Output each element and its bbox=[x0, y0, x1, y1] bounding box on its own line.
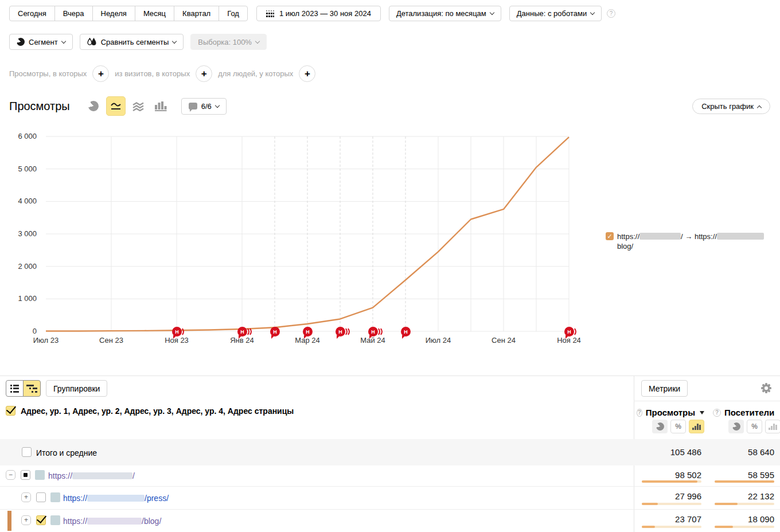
annotation-bubble-icon: Н bbox=[303, 327, 313, 337]
x-axis-tick-label: Май 24 bbox=[350, 336, 396, 345]
visitors-column-header[interactable]: ? Посетители bbox=[713, 408, 774, 417]
period-year-button[interactable]: Год bbox=[219, 6, 248, 21]
period-quarter-button[interactable]: Квартал bbox=[174, 6, 219, 21]
visitors-display-modes: % bbox=[728, 420, 780, 433]
row-checkbox[interactable] bbox=[21, 470, 30, 480]
date-range-label: 1 июл 2023 — 30 ноя 2024 bbox=[279, 9, 371, 18]
segment-label: Сегмент bbox=[29, 38, 58, 46]
groupings-button[interactable]: Группировки bbox=[46, 380, 107, 397]
chart-title: Просмотры bbox=[9, 100, 70, 113]
view-toggle-group bbox=[6, 380, 41, 397]
comments-dropdown[interactable]: 6/6 bbox=[181, 98, 227, 115]
chart-type-columns-button[interactable] bbox=[151, 96, 170, 116]
totals-label: Итого и средние bbox=[36, 448, 97, 457]
x-axis-tick-label: Ноя 23 bbox=[154, 336, 200, 345]
redacted-url-segment bbox=[639, 233, 681, 240]
annotation-marker[interactable]: Н bbox=[303, 327, 318, 337]
redacted-url-segment bbox=[72, 472, 132, 479]
period-month-button[interactable]: Месяц bbox=[135, 6, 174, 21]
views-pie-mode-button[interactable] bbox=[652, 420, 668, 433]
date-range-button[interactable]: 1 июл 2023 — 30 ноя 2024 bbox=[256, 6, 381, 21]
x-axis-tick-label: Июл 24 bbox=[415, 336, 461, 345]
expand-row-button[interactable]: + bbox=[21, 515, 31, 525]
metrics-button[interactable]: Метрики bbox=[641, 380, 688, 397]
views-line-chart[interactable]: 01 0002 0003 0004 0005 0006 000Июл 23Сен… bbox=[0, 132, 579, 351]
chart-legend: ✓ https:/// → https:// blog/ bbox=[606, 232, 775, 251]
favicon bbox=[50, 515, 60, 525]
hide-chart-button[interactable]: Скрыть график bbox=[692, 99, 770, 114]
row-url-link[interactable]: https:///press/ bbox=[63, 494, 169, 503]
annotation-bubble-icon: Н bbox=[368, 327, 378, 337]
annotation-marker[interactable]: Н bbox=[564, 327, 579, 337]
chart-type-area-button[interactable] bbox=[128, 96, 148, 116]
views-percent-mode-button[interactable]: % bbox=[670, 420, 686, 433]
period-today-button[interactable]: Сегодня bbox=[9, 6, 55, 21]
row-url-link[interactable]: https:/// bbox=[48, 471, 135, 480]
table-row: + https:///blog/ 23 707 18 090 bbox=[0, 510, 780, 532]
legend-checkbox[interactable]: ✓ bbox=[606, 232, 614, 240]
compare-segments-label: Сравнить сегменты bbox=[101, 38, 169, 46]
add-people-filter-button[interactable]: + bbox=[299, 65, 315, 82]
flat-list-view-button[interactable] bbox=[6, 380, 24, 397]
views-display-modes: % bbox=[652, 420, 704, 433]
list-icon bbox=[10, 385, 20, 393]
period-week-button[interactable]: Неделя bbox=[92, 6, 135, 21]
metrica-report-page: Сегодня Вчера Неделя Месяц Квартал Год 1… bbox=[0, 0, 780, 532]
visitors-percent-mode-button[interactable]: % bbox=[747, 420, 762, 433]
help-icon[interactable]: ? bbox=[607, 9, 615, 18]
chevron-down-icon bbox=[215, 103, 220, 107]
chart-type-line-button[interactable] bbox=[106, 96, 126, 116]
annotation-marker[interactable]: Н bbox=[401, 327, 416, 337]
visitors-bars-mode-button[interactable] bbox=[765, 420, 780, 433]
select-all-checkbox[interactable] bbox=[6, 406, 15, 416]
period-segmented-control: Сегодня Вчера Неделя Месяц Квартал Год bbox=[9, 6, 248, 21]
comment-bubble-icon bbox=[189, 103, 197, 109]
annotation-marker[interactable]: Н bbox=[237, 327, 252, 337]
redacted-url-segment bbox=[717, 233, 764, 240]
annotation-marker[interactable]: Н bbox=[172, 327, 187, 337]
x-axis-tick-label: Мар 24 bbox=[284, 336, 330, 345]
row-checkbox[interactable] bbox=[36, 492, 46, 502]
legend-label[interactable]: https:/// → https:// blog/ bbox=[617, 232, 764, 251]
visitors-pie-mode-button[interactable] bbox=[728, 420, 744, 433]
sampling-dropdown[interactable]: Выборка: 100% bbox=[190, 34, 267, 50]
help-icon: ? bbox=[637, 409, 642, 417]
annotation-bubble-icon: Н bbox=[401, 327, 411, 337]
period-toolbar: Сегодня Вчера Неделя Месяц Квартал Год 1… bbox=[9, 6, 615, 21]
annotation-bubble-icon: Н bbox=[336, 327, 345, 337]
detalization-dropdown[interactable]: Детализация: по месяцам bbox=[389, 6, 501, 21]
collapse-row-button[interactable]: − bbox=[6, 470, 15, 480]
totals-checkbox[interactable] bbox=[22, 447, 32, 457]
views-column-header[interactable]: ? Просмотры bbox=[637, 408, 704, 417]
totals-views-value: 105 486 bbox=[670, 447, 701, 457]
comments-count: 6/6 bbox=[201, 102, 212, 111]
segment-dropdown[interactable]: Сегмент bbox=[9, 34, 73, 50]
compare-segments-dropdown[interactable]: Сравнить сегменты bbox=[80, 34, 184, 50]
x-axis-tick-label: Янв 24 bbox=[219, 336, 265, 345]
chevron-up-icon bbox=[757, 105, 762, 109]
add-views-filter-button[interactable]: + bbox=[92, 65, 109, 82]
add-visits-filter-button[interactable]: + bbox=[196, 65, 212, 82]
row-checkbox[interactable] bbox=[36, 515, 46, 525]
data-table-section: Группировки Метрики Адрес, ур. 1, Адрес,… bbox=[0, 375, 780, 532]
dimension-header-row: Адрес, ур. 1, Адрес, ур. 2, Адрес, ур. 3… bbox=[0, 401, 634, 439]
chart-canvas[interactable] bbox=[0, 132, 579, 351]
chart-type-pie-button[interactable] bbox=[84, 96, 103, 116]
views-share-bar bbox=[642, 480, 701, 483]
annotation-marker[interactable]: Н bbox=[368, 327, 383, 337]
table-row: + https:///press/ 27 996 22 132 bbox=[0, 487, 780, 510]
views-bars-mode-button[interactable] bbox=[689, 420, 704, 433]
row-views-value: 27 996 bbox=[675, 491, 701, 501]
annotation-marker[interactable]: Н bbox=[336, 327, 350, 337]
row-url-link[interactable]: https:///blog/ bbox=[63, 517, 161, 526]
totals-visitors-value: 58 640 bbox=[748, 447, 774, 457]
period-yesterday-button[interactable]: Вчера bbox=[54, 6, 93, 21]
visitors-share-bar bbox=[715, 526, 774, 528]
gear-icon[interactable] bbox=[761, 383, 771, 396]
selected-series-indicator bbox=[7, 511, 11, 531]
tree-view-button[interactable] bbox=[23, 380, 41, 397]
expand-row-button[interactable]: + bbox=[21, 492, 31, 502]
data-mode-dropdown[interactable]: Данные: с роботами bbox=[509, 6, 602, 21]
x-axis-tick-label: Сен 23 bbox=[88, 336, 134, 345]
annotation-marker[interactable]: Н bbox=[270, 327, 285, 337]
